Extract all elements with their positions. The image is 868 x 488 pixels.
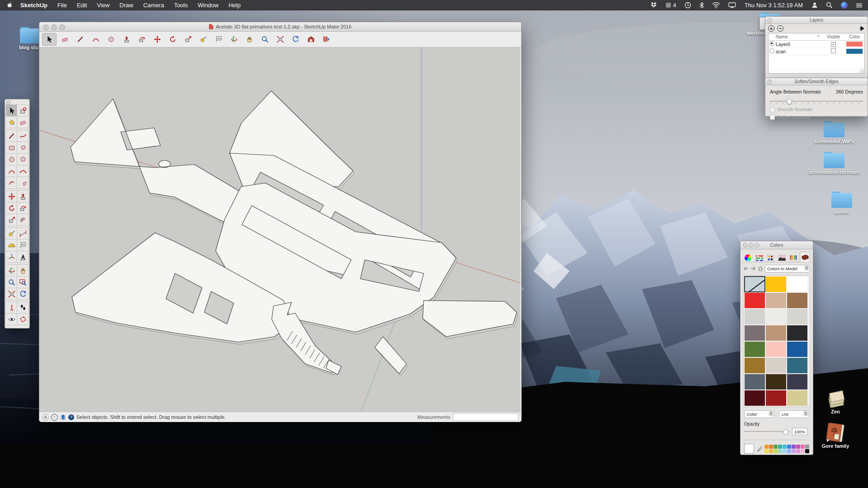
mini-swatch[interactable]	[783, 445, 787, 449]
tool-text[interactable]: A1	[17, 239, 29, 251]
smooth-normals-checkbox[interactable]: ✓Smooth Normals	[770, 107, 868, 112]
back-arrow-icon[interactable]	[743, 266, 749, 271]
layer-name[interactable]: Layer0	[776, 42, 822, 47]
swatch-#fbc6be[interactable]	[766, 342, 786, 357]
swatch-#587a36[interactable]	[745, 342, 765, 357]
tool-paint-bucket[interactable]	[5, 116, 18, 128]
layer-name[interactable]: scan	[776, 49, 822, 54]
tool-line[interactable]	[5, 130, 18, 142]
resize-handle[interactable]	[860, 69, 864, 73]
tool-move[interactable]	[5, 190, 18, 202]
toolbar-previous-view-button[interactable]	[289, 33, 302, 45]
swatch-#d2b49c[interactable]	[766, 293, 786, 308]
tool-zoom-window[interactable]	[17, 276, 29, 288]
close-icon[interactable]	[6, 100, 11, 105]
color-collection-dropdown[interactable]: Colors In Model ▲▼	[765, 265, 810, 272]
tool-rotated-rectangle[interactable]	[17, 141, 29, 154]
close-icon[interactable]	[767, 18, 772, 23]
angle-slider[interactable]	[770, 99, 863, 104]
tool-scale[interactable]	[5, 214, 18, 226]
close-icon[interactable]	[43, 24, 49, 30]
claim-credit-icon[interactable]: ↑	[51, 414, 58, 421]
bluetooth-icon[interactable]	[699, 2, 704, 9]
window-titlebar[interactable]: Acetate 3D flat primatives test-1.2.skp …	[39, 22, 521, 32]
toolbar-zoom-extents-button[interactable]	[274, 33, 287, 45]
menu-bar-clock[interactable]: Thu Nov 3 1:52:19 AM	[745, 2, 803, 9]
mini-swatch[interactable]	[787, 449, 791, 453]
mini-swatch[interactable]	[764, 449, 769, 453]
tool-eraser[interactable]	[17, 116, 29, 128]
current-color-swatch[interactable]	[744, 444, 754, 454]
palette-titlebar[interactable]	[5, 99, 29, 105]
eyedropper-icon[interactable]	[757, 445, 762, 452]
menu-file[interactable]: File	[57, 2, 67, 9]
close-icon[interactable]	[743, 243, 748, 248]
toolbar-orbit-button[interactable]	[227, 33, 241, 45]
swatch-#7a7074[interactable]	[745, 325, 765, 341]
tool-offset[interactable]	[17, 214, 29, 226]
tool-previous-view[interactable]	[17, 288, 29, 300]
menu-help[interactable]: Help	[228, 2, 241, 9]
swatch-#ebebe7[interactable]	[766, 309, 786, 324]
desktop-icon-screenshot-wips[interactable]: screenshot WIPs	[812, 121, 856, 144]
swatch-#3c2d15[interactable]	[766, 374, 786, 389]
swatch-#d5cfc7[interactable]	[766, 358, 786, 373]
tool-zoom-extents[interactable]	[5, 288, 18, 300]
swatch-#3a3a4c[interactable]	[787, 374, 807, 389]
mini-swatch[interactable]	[778, 449, 782, 453]
active-layer-radio[interactable]	[769, 41, 774, 46]
mini-swatch[interactable]	[783, 449, 787, 453]
minimize-icon[interactable]	[51, 24, 57, 30]
tab-color-sliders[interactable]	[755, 253, 764, 262]
help-icon[interactable]: ?	[68, 414, 74, 420]
menu-edit[interactable]: Edit	[77, 2, 87, 9]
active-layer-radio[interactable]	[769, 48, 774, 53]
opacity-slider-thumb[interactable]	[783, 429, 788, 435]
menu-draw[interactable]: Draw	[119, 2, 133, 9]
close-icon[interactable]	[767, 80, 772, 84]
mini-swatch[interactable]	[792, 449, 796, 453]
zoom-window-icon[interactable]	[755, 243, 760, 248]
menu-window[interactable]: Window	[198, 2, 218, 9]
menu-camera[interactable]: Camera	[143, 2, 164, 9]
swatch-#bc9678[interactable]	[766, 325, 786, 341]
tool-walk[interactable]	[17, 301, 29, 314]
mini-swatch[interactable]	[805, 449, 809, 453]
desktop-icon-aliens[interactable]: aliens	[820, 192, 863, 215]
visible-checkbox[interactable]: ✓	[831, 42, 836, 47]
layer-color-swatch[interactable]	[846, 49, 863, 54]
toolbar-move-button[interactable]	[151, 33, 164, 45]
swatch-default[interactable]	[745, 277, 765, 292]
swatch-#29292b[interactable]	[787, 325, 807, 341]
toolbar-scale-button[interactable]	[181, 33, 195, 45]
toolbar-zoom-button[interactable]	[258, 33, 272, 45]
toolbar-select-button[interactable]	[42, 33, 57, 46]
mini-swatch[interactable]	[769, 449, 773, 453]
color-dropdown[interactable]: Color▲▼	[744, 410, 774, 418]
add-layer-button[interactable]: +	[768, 25, 774, 32]
mini-swatch[interactable]	[805, 445, 809, 449]
tab-pencils[interactable]	[788, 253, 798, 262]
tool-polygon[interactable]	[17, 153, 29, 165]
mini-swatch[interactable]	[801, 449, 805, 453]
desktop-icon-gore-family[interactable]: Gore family	[814, 422, 857, 449]
menu-view[interactable]: View	[97, 2, 109, 9]
tool-axes[interactable]	[5, 251, 18, 263]
notification-center-icon[interactable]	[856, 2, 863, 8]
toolbar-arc-button[interactable]	[89, 33, 103, 45]
tab-color-palettes[interactable]	[766, 253, 775, 262]
home-icon[interactable]	[758, 266, 763, 271]
swatch-#2f6a80[interactable]	[787, 358, 807, 373]
tool-protractor[interactable]	[5, 239, 18, 251]
remove-layer-button[interactable]: −	[777, 25, 783, 32]
toolbar-3d-warehouse-button[interactable]	[304, 33, 318, 45]
layers-panel-titlebar[interactable]: Layers	[765, 17, 868, 24]
tool-section-plane[interactable]	[17, 313, 29, 325]
list-dropdown[interactable]: List▲▼	[779, 410, 809, 418]
mini-swatch[interactable]	[787, 445, 791, 449]
soften-panel-titlebar[interactable]: Soften/Smooth Edges	[765, 78, 868, 85]
mini-swatch[interactable]	[801, 445, 805, 449]
toolbar-tape-measure-button[interactable]	[197, 33, 210, 45]
geolocation-icon[interactable]: ◉	[42, 414, 49, 421]
desktop-icon-zen[interactable]: Zen	[814, 389, 857, 414]
